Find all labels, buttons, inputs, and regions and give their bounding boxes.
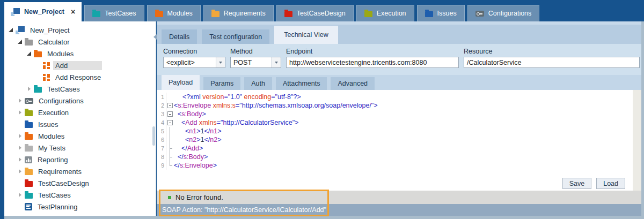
tree-item-testcases[interactable]: TestCases: [4, 83, 156, 95]
tab-label: Advanced: [338, 80, 368, 87]
connection-select[interactable]: <explicit>: [163, 57, 225, 68]
fold-toggle-icon[interactable]: [166, 101, 174, 110]
code-line: 1<?xml version="1.0" encoding="utf-8"?>: [157, 93, 641, 101]
tree-item-reporting[interactable]: Reporting: [4, 154, 156, 165]
expander-icon[interactable]: [17, 192, 24, 198]
payload-editor[interactable]: 1<?xml version="1.0" encoding="utf-8"?>2…: [157, 90, 641, 191]
top-tab-testcases[interactable]: TestCases: [84, 5, 144, 21]
module-icon: [43, 62, 50, 69]
connection-value: <explicit>: [164, 59, 216, 66]
folder-icon: [425, 11, 433, 17]
code-token: s:Body: [181, 110, 202, 118]
line-number: 9: [157, 161, 166, 170]
tree-item-modules[interactable]: Modules: [4, 130, 156, 142]
window-right-edge: [641, 21, 644, 219]
list-icon: [25, 203, 32, 210]
splitter-collapse-icon[interactable]: [153, 34, 157, 40]
code-token: s:Body: [184, 153, 204, 161]
tab-label: Payload: [169, 79, 193, 86]
expander-icon[interactable]: [17, 39, 24, 45]
tab-details[interactable]: Details: [162, 29, 197, 44]
code-token: =: [271, 93, 275, 101]
validation-status-row: No Error found.: [157, 191, 641, 204]
expander-icon[interactable]: [17, 145, 24, 151]
line-number: 2: [157, 101, 166, 110]
tree-item-requirements[interactable]: Requirements: [4, 165, 156, 177]
chevron-down-icon[interactable]: [272, 57, 281, 67]
expander-icon[interactable]: [17, 133, 24, 139]
tree-scrollbar-thumb[interactable]: [152, 126, 155, 146]
tree-item-issues[interactable]: Issues: [4, 118, 156, 130]
tab-payload[interactable]: Payload: [162, 75, 200, 90]
expander-spacer: [17, 121, 24, 127]
tree-item-label: Calculator: [36, 37, 72, 47]
tab-advanced[interactable]: Advanced: [331, 77, 375, 90]
tree-item-add[interactable]: Add: [4, 59, 156, 71]
tab-technical-view[interactable]: Technical View: [274, 26, 338, 44]
tab-label: Requirements: [224, 10, 266, 17]
tree-item-my-tests[interactable]: My Tests: [4, 142, 156, 154]
connection-field-block: Connection<explicit>: [163, 46, 225, 75]
code-text: </s:Body>: [174, 153, 208, 161]
expander-icon[interactable]: [17, 97, 24, 104]
tree-item-label: Add Response: [53, 73, 103, 82]
top-tab-modules[interactable]: Modules: [147, 5, 201, 21]
folder-icon: [155, 11, 163, 17]
load-button[interactable]: Load: [596, 178, 625, 189]
tree-item-calculator[interactable]: Calculator: [4, 36, 156, 48]
code-token: </: [181, 145, 187, 152]
tree-item-label: Requirements: [36, 167, 84, 176]
code-token: >: [213, 162, 217, 169]
resource-input[interactable]: /CalculatorService: [464, 57, 640, 68]
folder-icon: [25, 169, 33, 175]
top-tab-new-project[interactable]: New_Project×: [4, 2, 82, 21]
endpoint-value: http://webservicetestengine.tricentis.co…: [287, 59, 458, 66]
expander-icon[interactable]: [26, 50, 33, 57]
save-button[interactable]: Save: [562, 178, 592, 189]
tree-item-new-project[interactable]: New_Project: [4, 24, 156, 36]
tree-item-label: Modules: [36, 132, 67, 141]
method-value: POST: [231, 59, 272, 66]
fold-toggle-icon[interactable]: [166, 118, 174, 127]
tree-item-testcasedesign[interactable]: TestCaseDesign: [4, 177, 156, 189]
top-tab-configurations[interactable]: Configurations: [467, 5, 540, 21]
tab-auth[interactable]: Auth: [244, 77, 272, 90]
expander-icon[interactable]: [17, 168, 24, 175]
line-number: 5: [157, 127, 166, 135]
expander-icon[interactable]: [26, 86, 33, 92]
endpoint-input[interactable]: http://webservicetestengine.tricentis.co…: [286, 57, 459, 68]
method-select[interactable]: POST: [230, 57, 281, 68]
expander-icon[interactable]: [17, 156, 24, 163]
tab-label: TestCases: [105, 10, 136, 17]
tree-item-label: Issues: [36, 120, 61, 129]
top-tab-issues[interactable]: Issues: [417, 5, 465, 21]
tab-label: Execution: [377, 10, 406, 17]
top-tab-testcasedesign[interactable]: TestCaseDesign: [276, 5, 354, 21]
folder-icon: [34, 51, 42, 57]
tab-params[interactable]: Params: [203, 77, 240, 90]
fold-toggle-icon[interactable]: [166, 110, 174, 118]
tree-item-testplanning[interactable]: TestPlanning: [4, 201, 156, 213]
code-token: n1: [210, 127, 217, 135]
tree-item-execution[interactable]: Execution: [4, 107, 156, 118]
chevron-down-icon[interactable]: [216, 57, 225, 67]
code-text: <n2>1</n2>: [174, 135, 221, 144]
top-tab-requirements[interactable]: Requirements: [203, 5, 274, 21]
close-icon[interactable]: ×: [71, 8, 75, 16]
module-icon: [43, 74, 50, 81]
tab-attachments[interactable]: Attachments: [276, 77, 327, 90]
code-token: xmlns:s: [211, 102, 236, 109]
tree-item-testcases[interactable]: TestCases: [4, 189, 156, 201]
tree-item-configurations[interactable]: Configurations: [4, 95, 156, 107]
editor-scrollbar-track[interactable]: [633, 90, 641, 191]
top-tab-execution[interactable]: Execution: [356, 5, 414, 21]
tree-item-add-response[interactable]: Add Response: [4, 71, 156, 83]
tab-test-configuration[interactable]: Test configuration: [202, 29, 269, 44]
tree-item-modules[interactable]: Modules: [4, 48, 156, 59]
resource-label: Resource: [464, 46, 640, 57]
expander-icon[interactable]: [8, 27, 14, 33]
expander-icon[interactable]: [17, 109, 24, 116]
status-ok-bullet: [168, 196, 171, 199]
code-token: >: [196, 127, 200, 135]
tree-item-label: My Tests: [36, 144, 68, 153]
